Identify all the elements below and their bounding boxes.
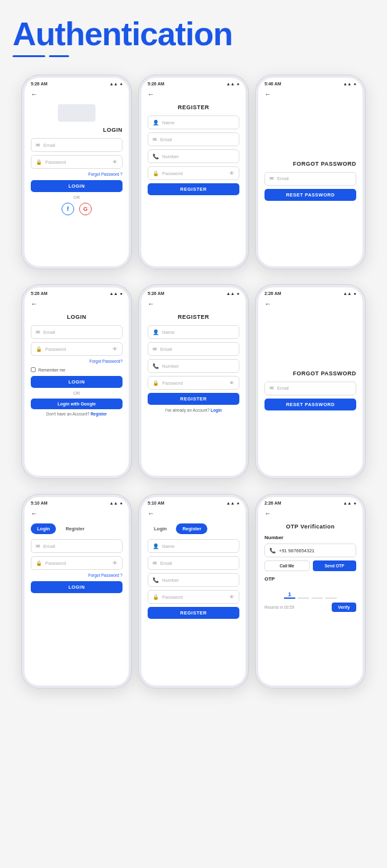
- login-google-button[interactable]: Login with Google: [31, 399, 123, 409]
- name-field[interactable]: 👤 Name: [148, 325, 239, 339]
- phone-register-v1: 5:26 AM ▲▲● ← REGISTER 👤 Name ✉ Email 📞 …: [138, 75, 249, 269]
- login-button[interactable]: LOGIN: [31, 581, 123, 593]
- back-button[interactable]: ←: [25, 88, 129, 100]
- remember-me-row: Remember me: [31, 367, 123, 372]
- forgot-password-link[interactable]: Forgot Password?: [31, 359, 123, 363]
- or-divider: OR: [31, 391, 123, 395]
- email-field[interactable]: ✉ Email: [264, 172, 356, 186]
- facebook-icon[interactable]: f: [62, 203, 74, 215]
- eye-icon[interactable]: 👁: [112, 346, 117, 352]
- title-underline: [13, 55, 374, 57]
- screen-title: REGISTER: [148, 314, 239, 320]
- register-link[interactable]: Register: [90, 412, 107, 416]
- email-icon: ✉: [36, 544, 40, 549]
- password-field[interactable]: 🔒 Password 👁: [31, 556, 123, 570]
- status-bar: 2:26 AM ▲▲●: [258, 497, 362, 507]
- lock-icon: 🔒: [36, 560, 42, 566]
- email-icon: ✉: [153, 346, 157, 352]
- back-button[interactable]: ←: [25, 507, 129, 520]
- phone-row-3: 5:10 AM ▲▲● ← Login Register ✉ Email 🔒 P…: [13, 494, 374, 689]
- back-button[interactable]: ←: [141, 507, 246, 520]
- eye-icon[interactable]: 👁: [112, 560, 117, 566]
- email-field[interactable]: ✉ Email: [148, 556, 239, 570]
- phone-number-field[interactable]: 📞 +91 9876654321: [264, 544, 356, 557]
- eye-icon[interactable]: 👁: [229, 171, 234, 176]
- email-field[interactable]: ✉ Email: [31, 325, 123, 339]
- eye-icon[interactable]: 👁: [229, 594, 234, 600]
- tab-login[interactable]: Login: [148, 523, 173, 534]
- email-icon: ✉: [153, 560, 157, 566]
- tab-register[interactable]: Register: [176, 523, 207, 534]
- screen-title: FORGOT PASSWORD: [264, 161, 356, 167]
- number-field[interactable]: 📞 Number: [148, 573, 239, 587]
- tab-bar: Login Register: [148, 523, 239, 534]
- remember-me-label: Remember me: [38, 368, 65, 372]
- number-section-label: Number: [264, 535, 356, 540]
- status-bar: 5:26 AM ▲▲●: [141, 78, 246, 88]
- status-bar: 5:26 AM ▲▲●: [25, 78, 129, 88]
- eye-icon[interactable]: 👁: [229, 380, 234, 386]
- number-field[interactable]: 📞 Number: [148, 149, 239, 163]
- email-field[interactable]: ✉ Email: [31, 539, 123, 553]
- eye-icon[interactable]: 👁: [112, 159, 117, 165]
- status-bar: 2:26 AM ▲▲●: [258, 287, 362, 297]
- lock-icon: 🔒: [153, 380, 159, 386]
- status-bar: 5:10 AM ▲▲●: [141, 497, 246, 507]
- back-button[interactable]: ←: [25, 297, 129, 310]
- forgot-password-link[interactable]: Forgot Password ?: [31, 172, 123, 176]
- reset-password-button[interactable]: RESET PASSWORD: [264, 399, 356, 410]
- back-button[interactable]: ←: [258, 507, 362, 520]
- password-field[interactable]: 🔒 Password 👁: [31, 155, 123, 169]
- login-button[interactable]: LOGIN: [31, 180, 123, 192]
- account-link: Don't have an Account? Register: [31, 412, 123, 416]
- tab-login[interactable]: Login: [31, 523, 56, 534]
- back-button[interactable]: ←: [141, 297, 246, 310]
- number-field[interactable]: 📞 Number: [148, 359, 239, 373]
- call-me-button[interactable]: Call Me: [264, 560, 310, 571]
- status-bar: 5:46 AM ▲▲●: [258, 78, 362, 88]
- email-icon: ✉: [153, 137, 157, 142]
- email-field[interactable]: ✉ Email: [264, 382, 356, 395]
- password-field[interactable]: 🔒 Password 👁: [148, 166, 239, 180]
- name-field[interactable]: 👤 Name: [148, 539, 239, 553]
- otp-box-1[interactable]: 1: [284, 585, 295, 599]
- back-button[interactable]: ←: [258, 297, 362, 310]
- phone-login-v3: 5:10 AM ▲▲● ← Login Register ✉ Email 🔒 P…: [21, 494, 132, 689]
- register-button[interactable]: REGISTER: [148, 183, 239, 195]
- email-icon: ✉: [36, 330, 40, 335]
- register-button[interactable]: REGISTER: [148, 607, 239, 619]
- back-button[interactable]: ←: [258, 88, 362, 100]
- page-title: Authentication: [13, 15, 374, 53]
- email-field[interactable]: ✉ Email: [148, 342, 239, 356]
- send-otp-button[interactable]: Send OTP: [313, 560, 357, 571]
- otp-box-3[interactable]: [312, 585, 323, 599]
- otp-action-row: Call Me Send OTP: [264, 560, 356, 571]
- remember-me-checkbox[interactable]: [31, 367, 36, 372]
- verify-button[interactable]: Verify: [332, 603, 356, 612]
- password-field[interactable]: 🔒 Password 👁: [148, 376, 239, 390]
- person-icon: 👤: [153, 330, 159, 335]
- forgot-password-link[interactable]: Forgot Password ?: [31, 573, 123, 577]
- google-icon[interactable]: G: [79, 203, 92, 215]
- otp-timer-row: Resend in 00:59 Verify: [264, 603, 356, 612]
- phone-row-2: 5:26 AM ▲▲● ← LOGIN ✉ Email 🔒 Password 👁…: [13, 284, 374, 479]
- phone-icon: 📞: [153, 363, 159, 369]
- back-button[interactable]: ←: [141, 88, 246, 100]
- login-button[interactable]: LOGIN: [31, 376, 123, 388]
- phone-register-v3: 5:10 AM ▲▲● ← Login Register 👤 Name ✉ Em…: [138, 494, 249, 689]
- person-icon: 👤: [153, 544, 159, 549]
- otp-box-4[interactable]: [325, 585, 337, 599]
- otp-box-2[interactable]: [298, 585, 309, 599]
- email-icon: ✉: [270, 385, 274, 391]
- password-field[interactable]: 🔒 Password 👁: [31, 342, 123, 356]
- register-button[interactable]: REGISTER: [148, 393, 239, 405]
- name-field[interactable]: 👤 Name: [148, 115, 239, 129]
- screen-title: FORGOT PASSWORD: [264, 370, 356, 377]
- password-field[interactable]: 🔒 Password 👁: [148, 590, 239, 604]
- email-field[interactable]: ✉ Email: [31, 138, 123, 152]
- reset-password-button[interactable]: RESET PASSWORD: [264, 189, 356, 201]
- tab-register[interactable]: Register: [59, 523, 90, 534]
- login-link[interactable]: Login: [210, 408, 222, 412]
- email-field[interactable]: ✉ Email: [148, 132, 239, 146]
- lock-icon: 🔒: [36, 159, 42, 165]
